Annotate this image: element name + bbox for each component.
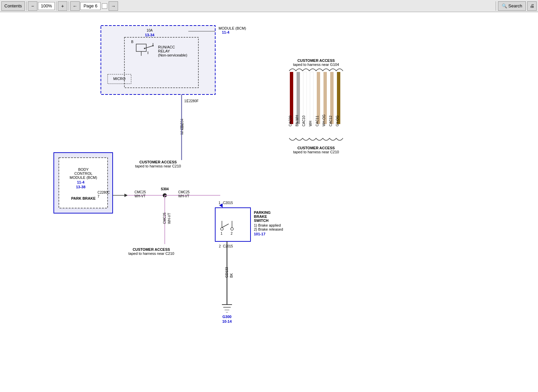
svg-text:BRAKE: BRAKE <box>254 214 267 219</box>
separator-2 <box>56 1 56 11</box>
svg-text:CUSTOMER ACCESS: CUSTOMER ACCESS <box>297 58 335 63</box>
svg-text:taped to harness near G104: taped to harness near G104 <box>293 63 339 67</box>
wiring-diagram-svg: 10A 13-34 B RUN/ACC RELAY (Non-serviceab… <box>0 12 538 392</box>
svg-text:GY-OG: GY-OG <box>336 115 339 126</box>
svg-rect-1 <box>101 26 215 94</box>
svg-text:2: 2 <box>219 244 221 248</box>
nav-forward-button[interactable]: → <box>109 1 118 11</box>
svg-text:WH-OG: WH-OG <box>322 114 326 126</box>
svg-text:CAC10: CAC10 <box>302 115 306 126</box>
svg-text:7: 7 <box>98 195 100 198</box>
svg-text:(Non-serviceable): (Non-serviceable) <box>158 53 187 57</box>
svg-text:GD133: GD133 <box>225 267 229 278</box>
search-button[interactable]: 🔍 Search <box>498 1 526 11</box>
svg-text:2: 2 <box>231 232 233 235</box>
page-checkbox <box>102 3 107 9</box>
zoom-out-button[interactable]: − <box>28 1 37 11</box>
svg-rect-49 <box>215 208 251 241</box>
svg-text:G300: G300 <box>223 315 232 319</box>
separator-1 <box>26 1 27 11</box>
svg-text:CAC12: CAC12 <box>329 115 333 126</box>
svg-text:11-4: 11-4 <box>222 30 230 34</box>
svg-text:CUSTOMER ACCESS: CUSTOMER ACCESS <box>139 160 177 164</box>
svg-text:taped to harness near C210: taped to harness near C210 <box>293 150 339 154</box>
svg-text:13-38: 13-38 <box>76 185 85 189</box>
svg-text:C2015: C2015 <box>223 244 233 248</box>
svg-text:CMC25: CMC25 <box>178 190 190 194</box>
svg-text:RUN/ACC: RUN/ACC <box>158 45 175 49</box>
svg-text:WH-VT: WH-VT <box>167 213 171 224</box>
page-input[interactable] <box>80 2 101 10</box>
svg-text:PARK BRAKE: PARK BRAKE <box>71 196 96 200</box>
svg-text:MODULE (BCM): MODULE (BCM) <box>219 26 246 30</box>
contents-button[interactable]: Contents <box>1 1 25 11</box>
svg-text:13-34: 13-34 <box>145 33 155 37</box>
print-button[interactable]: 🖨 <box>527 1 537 11</box>
svg-text:11-4: 11-4 <box>77 180 85 184</box>
search-icon: 🔍 <box>502 3 507 8</box>
svg-text:RELAY: RELAY <box>158 49 170 53</box>
search-label: Search <box>508 3 522 8</box>
svg-text:taped to harness near C210: taped to harness near C210 <box>128 251 174 256</box>
svg-text:CAC09: CAC09 <box>289 115 292 126</box>
svg-text:1) Brake applied: 1) Brake applied <box>254 223 281 227</box>
svg-text:WH-VT: WH-VT <box>134 194 146 198</box>
zoom-input[interactable] <box>38 2 55 10</box>
svg-text:SWITCH: SWITCH <box>254 219 268 223</box>
separator-3 <box>69 1 69 11</box>
svg-rect-86 <box>310 72 313 124</box>
svg-text:10A: 10A <box>147 29 153 32</box>
separator-4 <box>496 1 496 11</box>
svg-text:BK: BK <box>230 273 233 278</box>
svg-text:C2280F: C2280F <box>187 99 199 103</box>
zoom-in-button[interactable]: + <box>58 1 67 11</box>
svg-text:CAC11: CAC11 <box>315 115 319 126</box>
svg-text:CUSTOMER ACCESS: CUSTOMER ACCESS <box>132 247 170 251</box>
svg-text:1: 1 <box>219 201 221 205</box>
svg-text:10-14: 10-14 <box>222 319 232 323</box>
svg-text:101-17: 101-17 <box>254 232 265 236</box>
svg-text:MODULE (BCM): MODULE (BCM) <box>70 175 97 180</box>
svg-text:CUSTOMER ACCESS: CUSTOMER ACCESS <box>297 146 335 150</box>
toolbar-right: 🔍 Search 🖨 <box>495 1 537 11</box>
svg-text:WH-VT: WH-VT <box>178 194 189 198</box>
svg-text:CMC25: CMC25 <box>134 190 146 194</box>
svg-text:BODY: BODY <box>78 167 89 171</box>
svg-text:C2015: C2015 <box>223 201 233 205</box>
svg-text:B: B <box>131 40 133 44</box>
diagram-area: 10A 13-34 B RUN/ACC RELAY (Non-serviceab… <box>0 12 538 392</box>
svg-text:PARKING: PARKING <box>254 210 271 214</box>
svg-text:2) Brake released: 2) Brake released <box>254 227 283 231</box>
svg-text:BN-WH: BN-WH <box>295 115 299 126</box>
svg-text:MICRO: MICRO <box>113 77 126 81</box>
svg-text:1: 1 <box>221 232 223 235</box>
print-icon: 🖨 <box>530 3 534 8</box>
svg-text:WH-BU: WH-BU <box>180 123 184 135</box>
svg-text:CONTROL: CONTROL <box>74 171 92 175</box>
nav-back-button[interactable]: ← <box>70 1 80 11</box>
svg-text:taped to harness near C210: taped to harness near C210 <box>135 164 181 168</box>
svg-text:CMC25: CMC25 <box>163 212 166 224</box>
svg-text:WH: WH <box>309 121 312 126</box>
svg-text:S304: S304 <box>161 187 169 191</box>
svg-text:C2280C: C2280C <box>98 191 110 194</box>
toolbar: Contents − + ← → 🔍 Search 🖨 <box>0 0 538 12</box>
